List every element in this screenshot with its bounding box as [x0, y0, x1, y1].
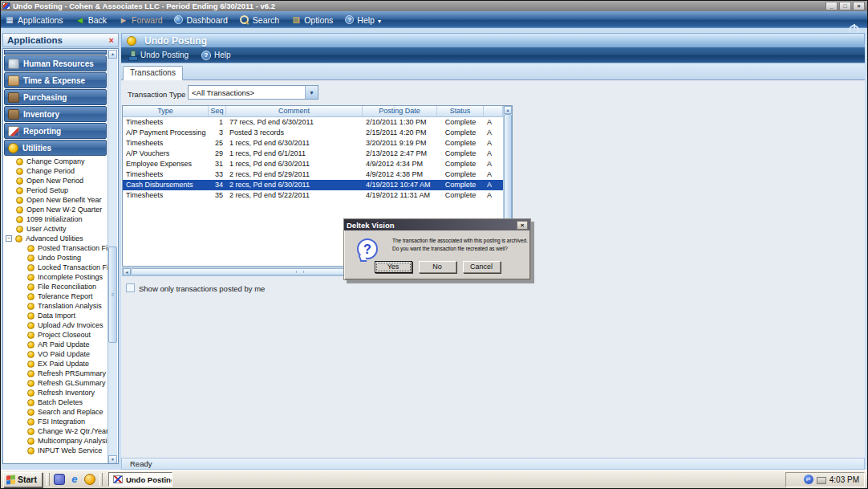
table-row[interactable]: Employee Expenses311 recs, Pd end 6/30/2…	[123, 159, 512, 169]
sidebar-item-search-and-replace[interactable]: Search and Replace	[3, 407, 107, 417]
table-row[interactable]: Cash Disbursements342 recs, Pd end 6/30/…	[123, 180, 512, 190]
sidebar-item-user-activity[interactable]: User Activity	[3, 224, 107, 234]
chevron-down-icon[interactable]	[305, 86, 318, 99]
tab-transactions[interactable]: Transactions	[123, 66, 183, 80]
toolbar-item-applications[interactable]: Applications	[5, 15, 63, 25]
toolbar-item-help[interactable]: Help	[345, 15, 381, 25]
show-only-mine-checkbox[interactable]	[126, 283, 135, 292]
sidebar-item-multicompany-analysis[interactable]: Multicompany Analysis	[3, 436, 107, 446]
sidebar-item-file-reconciliation[interactable]: File Reconciliation	[3, 282, 107, 291]
column-header-comment[interactable]: Comment	[226, 106, 363, 116]
sidebar-item-batch-deletes[interactable]: Batch Deletes	[3, 397, 107, 407]
sidebar-item-fsi-integration[interactable]: FSI Integration	[3, 417, 107, 426]
scrollbar-thumb[interactable]	[504, 114, 512, 234]
sidebar-item-input-web-service[interactable]: INPUT Web Service	[3, 446, 107, 455]
sidebar-item-posted-transaction-files[interactable]: Posted Transaction Files	[3, 243, 107, 253]
sidebar-item-change-w-2-qtr-year[interactable]: Change W-2 Qtr./Year	[3, 426, 107, 436]
sidebar-item-ex-paid-update[interactable]: EX Paid Update	[3, 359, 107, 369]
sidebar-item-utilities[interactable]: Utilities	[4, 140, 107, 156]
sidebar-item-partial[interactable]	[4, 50, 107, 55]
sidebar-item-label: Open New Benefit Year	[26, 196, 102, 204]
column-header-posting-date[interactable]: Posting Date	[363, 106, 437, 116]
sidebar-item-ar-paid-update[interactable]: AR Paid Update	[3, 340, 107, 349]
toolbar-item-options[interactable]: Options	[291, 15, 333, 25]
minimize-button[interactable]: _	[825, 2, 838, 10]
sidebar-item-label: File Reconciliation	[38, 283, 96, 291]
sidebar-item-vo-paid-update[interactable]: VO Paid Update	[3, 349, 107, 359]
close-button[interactable]: ×	[853, 2, 865, 10]
table-row[interactable]: A/P Payment Processing3Posted 3 records2…	[123, 128, 512, 138]
keyboard-tray-icon[interactable]	[817, 477, 826, 484]
sidebar-item-undo-posting[interactable]: Undo Posting	[3, 253, 107, 263]
cell: 31	[209, 159, 226, 169]
sidebar-item-locked-transaction-files[interactable]: Locked Transaction Files	[3, 263, 107, 272]
scrollbar-thumb[interactable]	[108, 247, 117, 343]
sidebar-item-refresh-glsummary-tab[interactable]: Refresh GLSummary Tab	[3, 378, 107, 388]
sidebar-item-refresh-inventory[interactable]: Refresh Inventory	[3, 388, 107, 397]
scroll-down-icon[interactable]: ▼	[108, 455, 117, 464]
toolbar-item-search[interactable]: Search	[240, 15, 279, 25]
sidebar-item-human-resources[interactable]: Human Resources	[4, 55, 107, 71]
taskbar-item-label: Undo Posting - Cohen ...	[126, 475, 172, 484]
cell: A	[484, 138, 503, 149]
column-header-type[interactable]: Type	[123, 106, 209, 116]
toolbar-item-back[interactable]: Back	[75, 15, 107, 25]
sidebar-item-advanced-utilities[interactable]: −Advanced Utilities	[3, 234, 107, 243]
folder-icon	[16, 206, 23, 214]
sidebar-item-change-period[interactable]: Change Period	[3, 166, 107, 176]
transaction-type-select[interactable]: <All Transactions>	[188, 85, 318, 100]
sidebar-item-tolerance-report[interactable]: Tolerance Report	[3, 291, 107, 301]
sidebar-item-period-setup[interactable]: Period Setup	[3, 185, 107, 195]
table-row[interactable]: Timesheets352 recs, Pd end 5/22/20114/19…	[123, 190, 512, 201]
no-button[interactable]: No	[419, 261, 456, 273]
sidebar-item-translation-analysis[interactable]: Translation Analysis	[3, 301, 107, 311]
action-help[interactable]: Help	[201, 51, 231, 60]
toolbar-item-label: Search	[253, 15, 279, 25]
sidebar-item-refresh-prsummary-tab[interactable]: Refresh PRSummary Tab	[3, 369, 107, 378]
folder-icon	[27, 389, 34, 397]
table-row[interactable]: A/P Vouchers291 recs, Pd end 6/1/20112/1…	[123, 149, 512, 159]
sidebar-item-1099-initialization[interactable]: 1099 Initialization	[3, 214, 107, 224]
toolbar-item-dashboard[interactable]: Dashboard	[174, 15, 227, 25]
clock-icon[interactable]	[84, 474, 95, 485]
panel-title: Undo Posting	[144, 35, 207, 47]
restore-button[interactable]: □	[839, 2, 851, 10]
scroll-up-icon[interactable]: ▲	[108, 50, 117, 59]
sidebar-item-open-new-period[interactable]: Open New Period	[3, 176, 107, 185]
column-header-status[interactable]: Status	[437, 106, 484, 116]
table-row[interactable]: Timesheets251 recs, Pd end 6/30/20113/20…	[123, 138, 512, 149]
sidebar-item-purchasing[interactable]: Purchasing	[4, 89, 107, 105]
deltek-tray-icon[interactable]	[791, 475, 801, 484]
toolbar-item-forward[interactable]: Forward	[119, 15, 163, 25]
blue-app-icon[interactable]	[54, 474, 65, 485]
sidebar-item-change-company[interactable]: Change Company	[3, 157, 107, 166]
sidebar-item-time-expense[interactable]: Time & Expense	[4, 72, 107, 88]
dialog-close-icon[interactable]	[517, 221, 528, 230]
cell: A/P Payment Processing	[123, 128, 209, 138]
taskbar-item-undo-posting[interactable]: Undo Posting - Cohen ...	[108, 472, 172, 487]
cancel-button[interactable]: Cancel	[463, 261, 501, 273]
column-header-seq[interactable]: Seq	[209, 106, 226, 116]
collapse-expander-icon[interactable]: −	[6, 235, 12, 242]
sidebar-close-icon[interactable]	[109, 36, 114, 44]
cell: 3/20/2011 9:19 PM	[363, 138, 437, 149]
sidebar-item-data-import[interactable]: Data Import	[3, 311, 107, 320]
internet-explorer-icon[interactable]	[69, 474, 80, 485]
sidebar-item-reporting[interactable]: Reporting	[4, 123, 107, 139]
scroll-left-icon[interactable]: ◄	[123, 268, 131, 275]
action-undo-posting[interactable]: Undo Posting	[128, 51, 189, 60]
sidebar-item-upload-adv-invoices[interactable]: Upload Adv Invoices	[3, 320, 107, 330]
sidebar-item-project-closeout[interactable]: Project Closeout	[3, 330, 107, 340]
scroll-up-icon[interactable]: ▲	[504, 106, 512, 114]
table-row[interactable]: Timesheets177 recs, Pd end 6/30/20112/10…	[123, 117, 512, 128]
network-tray-icon[interactable]	[804, 475, 813, 484]
sidebar-item-incomplete-postings[interactable]: Incomplete Postings	[3, 272, 107, 282]
table-row[interactable]: Timesheets332 recs, Pd end 5/29/20114/9/…	[123, 169, 512, 180]
sidebar-item-inventory[interactable]: Inventory	[4, 106, 107, 122]
sidebar-item-open-new-benefit-year[interactable]: Open New Benefit Year	[3, 195, 107, 205]
start-button[interactable]: Start	[3, 472, 43, 487]
sidebar-scrollbar[interactable]: ▲ ▼	[107, 50, 117, 464]
sidebar-item-open-new-w-2-quarter[interactable]: Open New W-2 Quarter	[3, 205, 107, 214]
yes-button[interactable]: Yes	[375, 261, 412, 273]
column-header-clipped[interactable]	[484, 106, 503, 116]
